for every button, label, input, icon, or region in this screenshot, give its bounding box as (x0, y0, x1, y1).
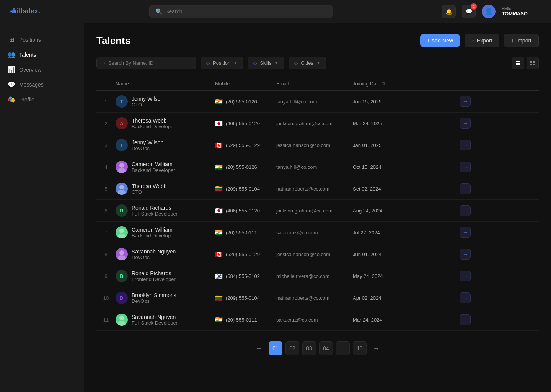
position-filter-button[interactable]: ◇ Position ▼ (201, 57, 243, 69)
name-id-search-input[interactable] (108, 60, 190, 66)
page-04-button[interactable]: 04 (319, 341, 333, 355)
search-bar[interactable]: 🔍 (149, 5, 333, 18)
name-cell: Cameron William Backend Developer (116, 226, 215, 238)
sidebar-label-messages: Messages (19, 82, 44, 88)
date-cell: Mar 24, 2024 (353, 317, 460, 323)
import-button[interactable]: ↓ Import (504, 34, 539, 47)
mobile-cell: 🇱🇹 (209) 555-0104 (215, 185, 276, 193)
row-arrow-button[interactable]: → (460, 249, 471, 260)
talent-name: Savannah Nguyen (132, 248, 176, 255)
add-new-button[interactable]: + Add New (420, 34, 460, 47)
cities-filter-button[interactable]: ◇ Cities ▼ (289, 57, 326, 69)
date-cell: May 24, 2024 (353, 273, 460, 279)
date-cell: Jul 22, 2024 (353, 230, 460, 235)
sort-icon[interactable]: ⇅ (382, 81, 385, 86)
page-10-button[interactable]: 10 (353, 341, 367, 355)
action-cell: → (460, 292, 521, 303)
filter-search-icon: ○ (102, 60, 105, 66)
svg-rect-2 (516, 64, 520, 65)
pagination: ← 01 02 03 04 ... 10 → (96, 341, 539, 355)
sidebar-item-positions[interactable]: ⊞ Positions (0, 32, 84, 47)
row-arrow-button[interactable]: → (460, 314, 471, 325)
table-row: 8 Savannah Nguyen DevOps 🇨🇦 (629) 555-01… (96, 243, 539, 265)
row-arrow-button[interactable]: → (460, 140, 471, 150)
cities-filter-label: Cities (301, 60, 313, 66)
message-button[interactable]: 💬 1 (462, 5, 476, 18)
svg-rect-0 (516, 61, 520, 62)
mobile-number: (629) 555-0129 (226, 252, 260, 257)
header-actions: + Add New ↑ Export ↓ Import (420, 34, 539, 47)
sidebar-item-messages[interactable]: 💬 Messages (0, 77, 84, 92)
sidebar-item-profile[interactable]: 🎭 Profile (0, 92, 84, 107)
name-search-filter[interactable]: ○ (96, 57, 196, 69)
name-cell: B Ronald Richards Full Stack Developer (116, 204, 215, 217)
talents-table: Name Mobile Email Joining Date ⇅ 1 T Jen… (96, 77, 539, 331)
talent-role: Full Stack Developer (132, 320, 178, 326)
date-cell: Jun 15, 2025 (353, 99, 460, 105)
next-page-button[interactable]: → (370, 343, 383, 354)
user-hello: Hello (502, 6, 528, 11)
svg-point-12 (118, 234, 126, 238)
row-arrow-button[interactable]: → (460, 183, 471, 194)
export-button[interactable]: ↑ Export (465, 34, 499, 47)
talent-role: DevOps (132, 298, 176, 304)
row-arrow-button[interactable]: → (460, 227, 471, 238)
row-arrow-button[interactable]: → (460, 162, 471, 172)
skills-filter-button[interactable]: ◇ Skills ▼ (248, 57, 284, 69)
page-03-button[interactable]: 03 (302, 341, 316, 355)
action-cell: → (460, 140, 521, 150)
mobile-cell: 🇨🇦 (629) 555-0129 (215, 142, 276, 149)
sidebar-item-talents[interactable]: 👥 Talents (0, 47, 84, 62)
mobile-number: (20) 555-0126 (226, 99, 257, 105)
page-ellipsis-button[interactable]: ... (336, 341, 350, 355)
notification-button[interactable]: 🔔 (442, 5, 456, 18)
name-role: Theresa Webb CTO (132, 183, 167, 195)
name-cell: B Ronald Richards Frontend Developer (116, 270, 215, 282)
mobile-number: (684) 555-0102 (226, 273, 260, 279)
page-02-button[interactable]: 02 (285, 341, 299, 355)
col-date: Joining Date ⇅ (353, 81, 460, 87)
table-row: 2 A Theresa Webb Backend Developer 🇯🇵 (4… (96, 113, 539, 134)
search-input[interactable] (165, 8, 326, 15)
svg-rect-4 (533, 61, 535, 63)
avatar (116, 161, 128, 173)
talent-name: Cameron William (132, 161, 175, 167)
row-arrow-button[interactable]: → (460, 118, 471, 129)
page-01-button[interactable]: 01 (269, 341, 282, 355)
table-row: 11 Savannah Nguyen Full Stack Developer … (96, 309, 539, 331)
row-arrow-button[interactable]: → (460, 292, 471, 303)
name-cell: T Jenny Wilson CTO (116, 95, 215, 108)
sidebar-label-overview: Overview (19, 67, 41, 73)
list-view-button[interactable] (512, 57, 524, 69)
email-cell: jessica.hanson@co.com (276, 142, 353, 148)
topbar: skillsdex. 🔍 🔔 💬 1 👤 Hello TOMMASO ... (0, 0, 551, 23)
row-arrow-button[interactable]: → (460, 271, 471, 281)
svg-point-16 (118, 321, 126, 326)
more-button[interactable]: ... (534, 7, 542, 15)
name-role: Savannah Nguyen DevOps (132, 248, 176, 260)
talent-name: Theresa Webb (132, 118, 175, 124)
grid-view-button[interactable] (527, 57, 539, 69)
import-icon: ↓ (511, 38, 514, 44)
row-arrow-button[interactable]: → (460, 205, 471, 216)
import-label: Import (516, 38, 531, 44)
name-role: Jenny Wilson DevOps (132, 139, 163, 151)
flag-icon: 🇮🇳 (215, 229, 223, 236)
name-cell: T Jenny Wilson DevOps (116, 139, 215, 151)
mobile-number: (629) 555-0129 (226, 142, 260, 148)
row-arrow-button[interactable]: → (460, 96, 471, 107)
email-cell: nathan.roberts@co.com (276, 295, 353, 301)
talent-role: DevOps (132, 145, 163, 151)
talent-name: Savannah Nguyen (132, 314, 178, 320)
sidebar-item-overview[interactable]: 📊 Overview (0, 62, 84, 77)
user-info: Hello TOMMASO (502, 6, 528, 16)
action-cell: → (460, 118, 521, 129)
list-icon (515, 60, 521, 66)
row-number: 8 (96, 252, 116, 257)
name-cell: Theresa Webb CTO (116, 183, 215, 195)
avatar: T (116, 95, 128, 108)
messages-icon: 💬 (8, 81, 15, 88)
profile-icon: 🎭 (8, 96, 15, 103)
chat-icon: 💬 (466, 8, 472, 15)
prev-page-button[interactable]: ← (253, 343, 266, 354)
